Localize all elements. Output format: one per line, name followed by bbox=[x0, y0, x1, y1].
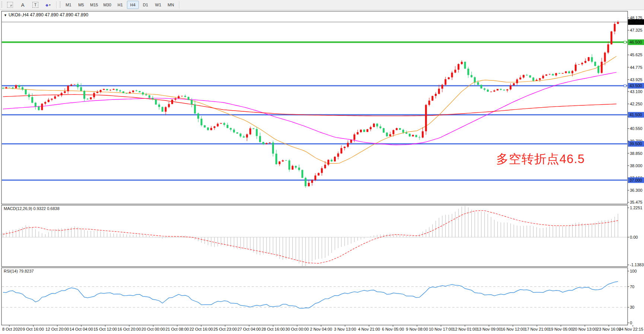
candle-body bbox=[415, 135, 417, 137]
time-axis-label[interactable]: 30 Oct 00:00 bbox=[286, 327, 309, 331]
price-badge-label: 43.500 bbox=[629, 83, 642, 88]
time-axis-label[interactable]: 20 Nov 13:00 bbox=[573, 327, 597, 331]
candle-body bbox=[331, 160, 332, 161]
candle-body bbox=[571, 71, 573, 73]
candle-body bbox=[54, 96, 56, 99]
candle-body bbox=[454, 70, 456, 73]
candle-body bbox=[278, 162, 280, 164]
candle bbox=[529, 75, 531, 78]
time-axis-label[interactable]: 22 Oct 16:00 bbox=[189, 327, 213, 331]
time-axis-label[interactable]: 15 Oct 12:00 bbox=[93, 327, 117, 331]
time-axis-label[interactable]: 2 Nov 04:00 bbox=[310, 327, 332, 331]
candle-body bbox=[545, 74, 547, 76]
candle-body bbox=[601, 62, 603, 73]
candle-body bbox=[259, 136, 261, 142]
price-axis-label: 38.000 bbox=[630, 163, 643, 168]
candle-body bbox=[562, 73, 564, 73]
time-axis-label[interactable]: 3 Nov 13:00 bbox=[334, 327, 356, 331]
candle bbox=[25, 89, 27, 95]
price-axis-label: 40.550 bbox=[630, 126, 643, 131]
time-axis-label[interactable]: 24 Nov 22:15 bbox=[619, 327, 643, 331]
time-axis-label[interactable]: 21 Oct 08:00 bbox=[165, 327, 189, 331]
candle bbox=[220, 123, 222, 124]
candle bbox=[594, 61, 596, 66]
chart-annotation-text[interactable]: 多空转折点46.5 bbox=[496, 151, 585, 168]
candle-body bbox=[275, 154, 277, 164]
time-axis-label[interactable]: 17 Nov 21:00 bbox=[525, 327, 549, 331]
candle-body bbox=[305, 178, 306, 186]
candle bbox=[497, 89, 498, 90]
price-axis-label: 38.850 bbox=[630, 151, 643, 156]
time-axis-label[interactable]: 23 Nov 16:00 bbox=[597, 327, 621, 331]
candle-body bbox=[347, 143, 349, 147]
candle-body bbox=[412, 135, 414, 136]
time-axis-label[interactable]: 10 Nov 17:00 bbox=[429, 327, 453, 331]
time-axis-label[interactable]: 19 Nov 05:00 bbox=[549, 327, 573, 331]
candle-body bbox=[399, 128, 401, 130]
time-axis-label[interactable]: 8 Oct 2020 bbox=[2, 327, 22, 331]
candle bbox=[204, 125, 205, 128]
candle bbox=[480, 85, 482, 89]
candle-body bbox=[132, 90, 134, 92]
candle-body bbox=[363, 130, 365, 132]
macd-panel[interactable] bbox=[1, 205, 628, 267]
time-axis-label[interactable]: 20 Oct 00:00 bbox=[141, 327, 165, 331]
candle-body bbox=[210, 128, 212, 130]
chevron-down-icon[interactable]: ▼ bbox=[4, 13, 7, 17]
candle-body bbox=[184, 96, 186, 97]
candle-body bbox=[70, 85, 72, 86]
candle-body bbox=[12, 88, 14, 88]
candle bbox=[363, 129, 365, 132]
time-axis-label[interactable]: 12 Nov 01:00 bbox=[453, 327, 477, 331]
candle-body bbox=[467, 69, 469, 75]
candle-body bbox=[116, 89, 118, 90]
candle-body bbox=[396, 128, 398, 130]
time-axis-label[interactable]: 4 Nov 21:00 bbox=[358, 327, 380, 331]
main-chart-panel[interactable] bbox=[1, 11, 628, 204]
candle-body bbox=[207, 127, 209, 130]
candle-body bbox=[57, 95, 59, 96]
candle-body bbox=[588, 57, 590, 61]
chart-title-text: UKOil-,H4 47.890 47.890 47.890 47.890 bbox=[9, 12, 88, 18]
candle bbox=[431, 96, 433, 101]
line-anchor-handle[interactable] bbox=[624, 41, 626, 43]
candle-body bbox=[516, 79, 518, 83]
time-axis-label[interactable]: 28 Oct 16:00 bbox=[261, 327, 285, 331]
time-axis-label[interactable]: 13 Nov 09:00 bbox=[477, 327, 501, 331]
candle-body bbox=[438, 89, 440, 94]
candle-body bbox=[93, 93, 95, 98]
candle-body bbox=[441, 85, 443, 89]
time-axis-label[interactable]: 9 Nov 08:00 bbox=[406, 327, 428, 331]
candle-body bbox=[360, 130, 362, 132]
candle-body bbox=[113, 89, 115, 90]
candle-body bbox=[503, 90, 505, 90]
time-axis-label[interactable]: 14 Oct 04:00 bbox=[70, 327, 93, 331]
candle-body bbox=[366, 129, 368, 132]
time-axis-label[interactable]: 25 Oct 23:00 bbox=[213, 327, 237, 331]
candle-body bbox=[230, 128, 232, 130]
candle-body bbox=[158, 105, 160, 107]
candle-body bbox=[542, 76, 544, 78]
candle-body bbox=[555, 73, 557, 75]
time-axis-label[interactable]: 27 Oct 04:00 bbox=[237, 327, 261, 331]
time-axis-label[interactable]: 16 Oct 20:00 bbox=[118, 327, 141, 331]
candle-body bbox=[272, 143, 274, 154]
time-axis-label[interactable]: 16 Nov 12:00 bbox=[501, 327, 525, 331]
candle-body bbox=[513, 83, 515, 86]
candle-body bbox=[168, 104, 170, 107]
line-anchor-handle[interactable] bbox=[624, 85, 626, 87]
candle bbox=[302, 169, 303, 178]
candle-body bbox=[591, 57, 593, 61]
time-axis-label[interactable]: 12 Oct 20:00 bbox=[45, 327, 69, 331]
time-axis-label[interactable]: 9 Oct 16:00 bbox=[23, 327, 44, 331]
candle-body bbox=[106, 89, 108, 90]
time-axis-label[interactable]: 6 Nov 05:00 bbox=[382, 327, 404, 331]
candle-body bbox=[162, 107, 163, 112]
candle-body bbox=[285, 160, 287, 161]
price-axis-label: 35.475 bbox=[630, 200, 643, 204]
candle-body bbox=[607, 44, 609, 53]
candle-body bbox=[497, 89, 498, 90]
rsi-axis-label: 30 bbox=[630, 305, 634, 309]
rsi-panel[interactable] bbox=[1, 268, 628, 325]
candle-body bbox=[22, 87, 23, 89]
